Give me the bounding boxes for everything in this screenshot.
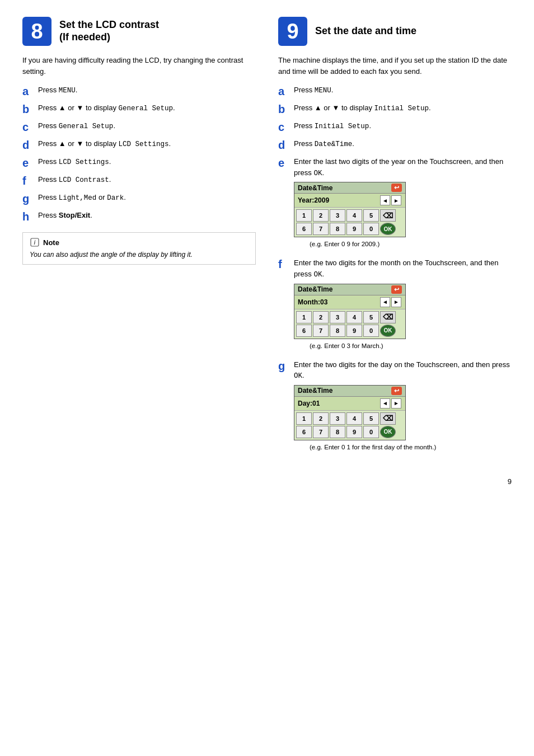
lcd-key-7b[interactable]: 7 <box>313 325 329 337</box>
lcd-screen-day: Date&Time ↩ Day:01 ◄ ► 1 <box>294 385 406 440</box>
lcd-keypad-day: 1 2 3 4 5 ⌫ 6 7 8 <box>294 411 405 440</box>
step-9-number: 9 <box>278 17 307 46</box>
section-9-header: 9 Set the date and time <box>278 17 512 46</box>
lcd-keypad-month: 1 2 3 4 5 ⌫ 6 7 8 <box>294 309 405 339</box>
lcd-ok-a[interactable]: OK <box>380 223 396 235</box>
lcd-key-2b[interactable]: 2 <box>313 311 329 323</box>
step-8b-text: Press ▲ or ▼ to display General Setup. <box>38 102 256 114</box>
lcd-key-4a[interactable]: 4 <box>346 209 362 222</box>
step-9-letter-c: c <box>278 120 294 134</box>
lcd-screen-month: Date&Time ↩ Month:03 ◄ ► 1 <box>294 284 406 339</box>
section-8-intro: If you are having difficulty reading the… <box>22 55 256 77</box>
step-9b-text: Press ▲ or ▼ to display Initial Setup. <box>294 102 512 114</box>
lcd-eg-day: (e.g. Enter 0 1 for the first day of the… <box>310 444 512 450</box>
lcd-key-2c[interactable]: 2 <box>313 412 329 425</box>
lcd-key-8b[interactable]: 8 <box>330 325 345 337</box>
section-9-steps: a Press MENU. b Press ▲ or ▼ to display … <box>278 84 512 456</box>
step-letter-c: c <box>22 120 38 134</box>
lcd-key-7c[interactable]: 7 <box>313 426 329 438</box>
lcd-key-9c[interactable]: 9 <box>346 426 362 438</box>
lcd-arrow-right-month[interactable]: ► <box>391 297 401 307</box>
lcd-key-6b[interactable]: 6 <box>296 325 312 337</box>
lcd-key-3c[interactable]: 3 <box>330 412 345 425</box>
lcd-back-btn-year[interactable]: ↩ <box>391 184 402 192</box>
step-letter-d: d <box>22 138 38 152</box>
lcd-back-btn-day[interactable]: ↩ <box>391 387 402 395</box>
step-9c-text: Press Initial Setup. <box>294 120 512 132</box>
lcd-key-9b[interactable]: 9 <box>346 325 362 337</box>
lcd-key-6c[interactable]: 6 <box>296 426 312 438</box>
section-9-intro: The machine displays the time, and if yo… <box>278 55 512 77</box>
lcd-arrow-left-day[interactable]: ◄ <box>380 398 390 408</box>
lcd-key-0b[interactable]: 0 <box>363 325 379 337</box>
lcd-key-1a[interactable]: 1 <box>296 209 312 222</box>
step-9a: a Press MENU. <box>278 84 512 98</box>
step-letter-g: g <box>22 192 38 205</box>
section-8-col: 8 Set the LCD contrast (If needed) If yo… <box>22 17 256 461</box>
lcd-value-day: Day:01 <box>298 400 380 407</box>
step-9-letter-b: b <box>278 102 294 116</box>
step-8a: a Press MENU. <box>22 84 256 98</box>
step-9g: g Enter the two digits for the day on th… <box>278 359 512 456</box>
note-label: Note <box>43 238 59 247</box>
step-8c-text: Press General Setup. <box>38 120 256 132</box>
lcd-key-0c[interactable]: 0 <box>363 426 379 438</box>
step-8d: d Press ▲ or ▼ to display LCD Settings. <box>22 138 256 152</box>
step-9-letter-g: g <box>278 359 294 373</box>
lcd-key-4b[interactable]: 4 <box>346 311 362 323</box>
lcd-backspace-a[interactable]: ⌫ <box>380 209 396 222</box>
step-9-letter-f: f <box>278 257 294 271</box>
step-9e-content: Enter the last two digits of the year on… <box>294 156 512 253</box>
lcd-key-5a[interactable]: 5 <box>363 209 379 222</box>
step-9-letter-e: e <box>278 156 294 170</box>
lcd-key-7a[interactable]: 7 <box>313 223 329 235</box>
lcd-ok-c[interactable]: OK <box>380 426 396 438</box>
lcd-value-year: Year:2009 <box>298 196 380 204</box>
step-8f-text: Press LCD Contrast. <box>38 174 256 186</box>
section-8-header: 8 Set the LCD contrast (If needed) <box>22 17 256 46</box>
step-8h: h Press Stop/Exit. <box>22 210 256 223</box>
step-8e: e Press LCD Settings. <box>22 156 256 170</box>
lcd-key-4c[interactable]: 4 <box>346 412 362 425</box>
lcd-key-2a[interactable]: 2 <box>313 209 329 222</box>
lcd-key-5c[interactable]: 5 <box>363 412 379 425</box>
lcd-arrow-right-year[interactable]: ► <box>391 195 401 205</box>
lcd-key-1b[interactable]: 1 <box>296 311 312 323</box>
lcd-value-month: Month:03 <box>298 298 380 306</box>
lcd-ok-b[interactable]: OK <box>380 325 396 337</box>
lcd-screen-year: Date&Time ↩ Year:2009 ◄ ► 1 <box>294 182 406 237</box>
step-9a-text: Press MENU. <box>294 84 512 96</box>
lcd-key-5b[interactable]: 5 <box>363 311 379 323</box>
lcd-key-3a[interactable]: 3 <box>330 209 345 222</box>
section-8-steps: a Press MENU. b Press ▲ or ▼ to display … <box>22 84 256 223</box>
lcd-key-9a[interactable]: 9 <box>346 223 362 235</box>
step-8h-text: Press Stop/Exit. <box>38 210 256 221</box>
lcd-backspace-c[interactable]: ⌫ <box>380 412 396 425</box>
step-9c: c Press Initial Setup. <box>278 120 512 134</box>
step-8-number: 8 <box>22 17 51 46</box>
step-9g-content: Enter the two digits for the day on the … <box>294 359 512 456</box>
lcd-key-8c[interactable]: 8 <box>330 426 345 438</box>
step-8d-text: Press ▲ or ▼ to display LCD Settings. <box>38 138 256 150</box>
lcd-backspace-b[interactable]: ⌫ <box>380 311 396 323</box>
page-number: 9 <box>22 477 512 486</box>
step-8g-text: Press Light,Med or Dark. <box>38 192 256 204</box>
svg-text:i: i <box>34 240 36 246</box>
step-letter-e: e <box>22 156 38 170</box>
step-8e-text: Press LCD Settings. <box>38 156 256 168</box>
step-9f-text: Enter the two digits for the month on th… <box>294 259 498 278</box>
section-9-col: 9 Set the date and time The machine disp… <box>278 17 512 461</box>
lcd-arrow-left-year[interactable]: ◄ <box>380 195 390 205</box>
step-letter-a: a <box>22 84 38 98</box>
step-9g-text: Enter the two digits for the day on the … <box>294 360 510 380</box>
lcd-key-6a[interactable]: 6 <box>296 223 312 235</box>
lcd-key-0a[interactable]: 0 <box>363 223 379 235</box>
lcd-arrow-right-day[interactable]: ► <box>391 398 401 408</box>
lcd-arrow-left-month[interactable]: ◄ <box>380 297 390 307</box>
lcd-key-1c[interactable]: 1 <box>296 412 312 425</box>
lcd-key-8a[interactable]: 8 <box>330 223 345 235</box>
lcd-keypad-year: 1 2 3 4 5 ⌫ 6 7 8 <box>294 208 405 237</box>
lcd-back-btn-month[interactable]: ↩ <box>391 285 402 294</box>
lcd-key-3b[interactable]: 3 <box>330 311 345 323</box>
step-8f: f Press LCD Contrast. <box>22 174 256 187</box>
